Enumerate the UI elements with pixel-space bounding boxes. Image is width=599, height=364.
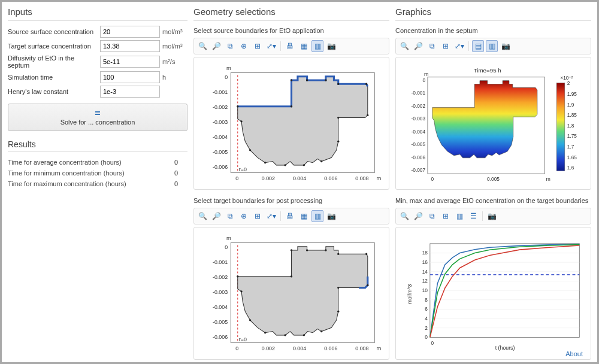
svg-point-49 xyxy=(367,284,368,286)
axis-menu-icon[interactable]: ⤢▾ xyxy=(453,40,465,52)
zoom-in-icon[interactable]: 🔍 xyxy=(398,210,410,222)
camera-icon[interactable]: 📷 xyxy=(325,40,337,52)
zoom-in-icon[interactable]: 🔍 xyxy=(398,40,410,52)
svg-point-43 xyxy=(291,275,292,277)
svg-text:-0.006: -0.006 xyxy=(412,154,426,160)
concentration-plot[interactable]: Time=95 h m m 0 -0.001 -0.002 -0.003 -0.… xyxy=(395,57,591,190)
svg-text:4: 4 xyxy=(425,316,428,321)
reset-view-icon[interactable]: ⊞ xyxy=(252,40,264,52)
y-axis-label: mol/m^3 xyxy=(407,284,413,304)
svg-text:1.8: 1.8 xyxy=(567,123,574,129)
r0-label: r=0 xyxy=(239,336,247,342)
svg-text:0.006: 0.006 xyxy=(324,175,337,181)
zoom-box-icon[interactable]: ⧉ xyxy=(224,210,236,222)
svg-point-48 xyxy=(365,253,367,255)
result-value: 0 xyxy=(174,169,178,177)
zoom-in-icon[interactable]: 🔍 xyxy=(196,40,208,52)
graphics-title: Graphics xyxy=(395,5,591,21)
print-icon[interactable]: 🖶 xyxy=(284,40,296,52)
svg-text:-0.001: -0.001 xyxy=(213,259,228,265)
axis-menu-icon[interactable]: ⤢▾ xyxy=(265,210,277,222)
svg-text:0.006: 0.006 xyxy=(324,345,337,351)
zoom-out-icon[interactable]: 🔎 xyxy=(412,40,424,52)
svg-text:1.95: 1.95 xyxy=(567,91,577,97)
list-icon[interactable]: ☰ xyxy=(467,210,479,222)
select-mode-icon[interactable]: ▥ xyxy=(311,210,323,222)
reset-view-icon[interactable]: ⊞ xyxy=(252,210,264,222)
camera-icon[interactable]: 📷 xyxy=(500,40,512,52)
colorbar-toggle-icon[interactable]: ▥ xyxy=(486,40,498,52)
table-icon[interactable]: ▥ xyxy=(453,210,465,222)
svg-point-15 xyxy=(291,79,292,81)
svg-text:-0.003: -0.003 xyxy=(213,289,228,295)
svg-point-57 xyxy=(240,290,242,292)
zoom-out-icon[interactable]: 🔎 xyxy=(412,210,424,222)
source-conc-input[interactable] xyxy=(100,26,160,38)
svg-text:1.85: 1.85 xyxy=(567,112,577,118)
grid-icon[interactable]: ▦ xyxy=(298,210,310,222)
svg-point-53 xyxy=(303,334,305,336)
heatmap-fill xyxy=(429,80,546,162)
zoom-out-icon[interactable]: 🔎 xyxy=(210,210,222,222)
svg-point-24 xyxy=(303,164,305,166)
svg-text:14: 14 xyxy=(422,269,428,275)
svg-text:0: 0 xyxy=(425,334,428,340)
camera-icon[interactable]: 📷 xyxy=(486,210,498,222)
svg-text:1.6: 1.6 xyxy=(567,165,574,171)
legend-toggle-icon[interactable]: ▤ xyxy=(472,40,484,52)
r0-label: r=0 xyxy=(239,166,247,172)
zoom-box-icon[interactable]: ⧉ xyxy=(426,210,438,222)
field-label: Simulation time xyxy=(8,74,98,81)
field-unit: m²/s xyxy=(162,58,186,65)
result-label: Time for minimum concentration (hours) xyxy=(8,169,125,177)
svg-text:-0.004: -0.004 xyxy=(213,134,228,140)
toolbar-separator xyxy=(280,41,281,51)
zoom-extents-icon[interactable]: ⊕ xyxy=(238,40,250,52)
sim-time-input[interactable] xyxy=(100,71,160,83)
colorbar xyxy=(556,83,565,171)
x-unit: m xyxy=(546,176,550,182)
svg-point-51 xyxy=(337,311,339,313)
grid-icon[interactable]: ▦ xyxy=(298,40,310,52)
svg-text:1.7: 1.7 xyxy=(567,144,574,150)
toolbar-separator xyxy=(468,41,469,51)
zoom-box-icon[interactable]: ⧉ xyxy=(426,40,438,52)
svg-point-50 xyxy=(337,287,339,289)
zoom-extents-icon[interactable]: ⊕ xyxy=(238,210,250,222)
zoom-out-icon[interactable]: 🔎 xyxy=(210,40,222,52)
timeseries-plot[interactable]: 18 16 14 12 10 8 6 4 2 0 0 mol/m^3 t (ho… xyxy=(395,227,591,360)
svg-text:-0.001: -0.001 xyxy=(412,90,426,96)
reset-view-icon[interactable]: ⊞ xyxy=(440,210,452,222)
axis-menu-icon[interactable]: ⤢▾ xyxy=(265,40,277,52)
svg-text:18: 18 xyxy=(422,250,428,256)
field-unit: mol/m³ xyxy=(162,43,186,50)
x-ticks: 0 0.005 xyxy=(431,176,500,182)
field-label: Diffusivity of EtO in the septum xyxy=(8,54,98,69)
result-label: Time for maximum concentration (hours) xyxy=(8,180,126,187)
equals-icon: = xyxy=(95,109,100,119)
svg-text:0: 0 xyxy=(431,176,434,182)
septum-shape xyxy=(238,77,368,165)
x-tick: 0 xyxy=(431,340,434,346)
geometry-source-plot[interactable]: m m 0 -0.001 -0.002 -0.003 -0.004 -0.005… xyxy=(193,57,389,190)
reset-view-icon[interactable]: ⊞ xyxy=(440,40,452,52)
svg-text:-0.005: -0.005 xyxy=(213,149,228,155)
svg-text:0: 0 xyxy=(422,77,425,83)
zoom-in-icon[interactable]: 🔍 xyxy=(196,210,208,222)
zoom-box-icon[interactable]: ⧉ xyxy=(224,40,236,52)
x-unit: m xyxy=(376,345,381,351)
svg-point-19 xyxy=(365,83,367,85)
about-link[interactable]: About xyxy=(565,350,583,357)
svg-point-22 xyxy=(337,141,339,142)
septum-shape xyxy=(238,247,368,335)
target-conc-input[interactable] xyxy=(100,40,160,52)
svg-point-56 xyxy=(249,319,251,321)
geometry-target-plot[interactable]: m m 0 -0.001 -0.002 -0.003 -0.004 -0.005… xyxy=(193,227,389,360)
solve-button[interactable]: = Solve for ... concentration xyxy=(8,104,187,131)
henry-input[interactable] xyxy=(100,86,160,98)
camera-icon[interactable]: 📷 xyxy=(325,210,337,222)
select-mode-icon[interactable]: ▥ xyxy=(311,40,323,52)
diffusivity-input[interactable] xyxy=(100,56,160,68)
print-icon[interactable]: 🖶 xyxy=(284,210,296,222)
result-row: Time for minimum concentration (hours) 0 xyxy=(8,169,187,177)
